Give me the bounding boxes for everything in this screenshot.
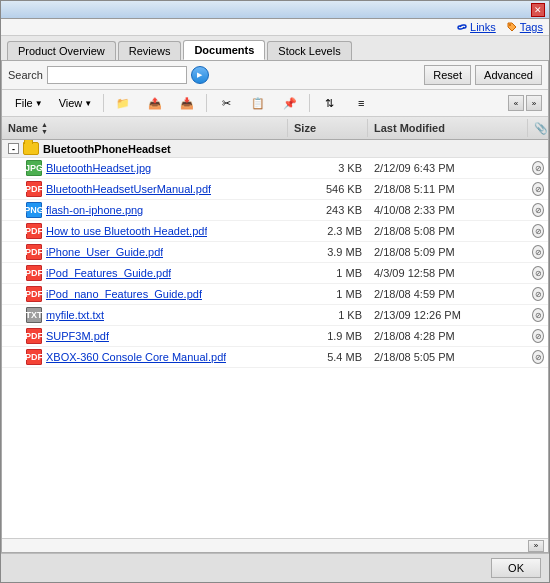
upload-button[interactable]: 📤 [140,92,170,114]
file-action: ⊘ [528,202,548,218]
paste-button[interactable]: 📌 [275,92,305,114]
cut-button[interactable]: ✂ [211,92,241,114]
file-name-link[interactable]: SUPF3M.pdf [46,330,109,342]
file-name-link[interactable]: iPod_Features_Guide.pdf [46,267,171,279]
title-bar: ✕ [1,1,549,19]
nav-prev-button[interactable]: « [508,95,524,111]
file-name-cell: PDF XBOX-360 Console Core Manual.pdf [2,348,288,366]
file-size: 3 KB [288,161,368,175]
file-size: 243 KB [288,203,368,217]
tags-icon [506,21,518,33]
copy-button[interactable]: 📋 [243,92,273,114]
file-name-link[interactable]: iPhone_User_Guide.pdf [46,246,163,258]
file-size: 3.9 MB [288,245,368,259]
new-folder-button[interactable]: 📁 [108,92,138,114]
file-name-cell: TXT myfile.txt.txt [2,306,288,324]
new-folder-icon: 📁 [115,95,131,111]
table-row: PDF iPod_nano_Features_Guide.pdf 1 MB 2/… [2,284,548,305]
file-action-icon[interactable]: ⊘ [532,308,544,322]
file-dropdown-icon: ▼ [35,99,43,108]
file-action-icon[interactable]: ⊘ [532,182,544,196]
tab-product-overview[interactable]: Product Overview [7,41,116,60]
upload-icon: 📤 [147,95,163,111]
folder-row: - BluetoothPhoneHeadset [2,140,548,158]
ok-button[interactable]: OK [491,558,541,578]
table-row: PDF BluetoothHeadsetUserManual.pdf 546 K… [2,179,548,200]
file-action-icon[interactable]: ⊘ [532,287,544,301]
file-action-icon[interactable]: ⊘ [532,161,544,175]
copy-icon: 📋 [250,95,266,111]
toolbar-separator-1 [103,94,104,112]
view-menu-button[interactable]: View ▼ [52,94,100,112]
links-label: Links [470,21,496,33]
toolbar: File ▼ View ▼ 📁 📤 📥 ✂ 📋 📌 ⇅ [2,90,548,117]
advanced-button[interactable]: Advanced [475,65,542,85]
tab-documents[interactable]: Documents [183,40,265,60]
collapse-icon[interactable]: - [8,143,19,154]
folder-icon [23,142,39,155]
file-name-cell: JPG BluetoothHeadset.jpg [2,159,288,177]
file-name-link[interactable]: iPod_nano_Features_Guide.pdf [46,288,202,300]
table-row: PNG flash-on-iphone.png 243 KB 4/10/08 2… [2,200,548,221]
file-action-icon[interactable]: ⊘ [532,203,544,217]
file-name-link[interactable]: BluetoothHeadsetUserManual.pdf [46,183,211,195]
file-action-icon[interactable]: ⊘ [532,245,544,259]
file-action: ⊘ [528,181,548,197]
view-dropdown-icon: ▼ [84,99,92,108]
file-size: 546 KB [288,182,368,196]
file-name-link[interactable]: flash-on-iphone.png [46,204,143,216]
sort-button[interactable]: ⇅ [314,92,344,114]
scroll-right-button[interactable]: » [528,540,544,552]
search-go-button[interactable] [191,66,209,84]
footer: OK [1,553,549,582]
file-action-icon[interactable]: ⊘ [532,329,544,343]
close-button[interactable]: ✕ [531,3,545,17]
file-list-header: Name ▲▼ Size Last Modified 📎 [2,117,548,140]
search-input[interactable] [47,66,187,84]
file-action-icon[interactable]: ⊘ [532,350,544,364]
tags-label: Tags [520,21,543,33]
column-last-modified[interactable]: Last Modified [368,119,528,137]
file-name-link[interactable]: BluetoothHeadset.jpg [46,162,151,174]
file-name-link[interactable]: myfile.txt.txt [46,309,104,321]
tags-button[interactable]: Tags [506,21,543,33]
tab-reviews[interactable]: Reviews [118,41,182,60]
file-type-icon: PDF [26,265,42,281]
filter-button[interactable]: ≡ [346,92,376,114]
column-size[interactable]: Size [288,119,368,137]
file-action: ⊘ [528,160,548,176]
links-icon [456,21,468,33]
table-row: PDF iPod_Features_Guide.pdf 1 MB 4/3/09 … [2,263,548,284]
toolbar-separator-2 [206,94,207,112]
file-date: 4/10/08 2:33 PM [368,203,528,217]
horizontal-scrollbar: » [2,538,548,552]
column-name[interactable]: Name ▲▼ [2,119,288,137]
file-type-icon: PDF [26,349,42,365]
file-date: 2/12/09 6:43 PM [368,161,528,175]
file-date: 2/18/08 5:09 PM [368,245,528,259]
file-action-icon[interactable]: ⊘ [532,224,544,238]
file-action: ⊘ [528,223,548,239]
tab-stock-levels[interactable]: Stock Levels [267,41,351,60]
download-button[interactable]: 📥 [172,92,202,114]
file-name-link[interactable]: How to use Bluetooth Headet.pdf [46,225,207,237]
nav-arrows: « » [508,95,542,111]
search-bar: Search Reset Advanced [2,61,548,90]
file-menu-button[interactable]: File ▼ [8,94,50,112]
file-name-link[interactable]: XBOX-360 Console Core Manual.pdf [46,351,226,363]
table-row: PDF iPhone_User_Guide.pdf 3.9 MB 2/18/08… [2,242,548,263]
column-actions: 📎 [528,119,548,137]
reset-button[interactable]: Reset [424,65,471,85]
file-action-icon[interactable]: ⊘ [532,266,544,280]
file-type-icon: PDF [26,223,42,239]
table-row: JPG BluetoothHeadset.jpg 3 KB 2/12/09 6:… [2,158,548,179]
search-label: Search [8,69,43,81]
file-date: 2/18/08 5:05 PM [368,350,528,364]
links-button[interactable]: Links [456,21,496,33]
file-name-cell: PDF SUPF3M.pdf [2,327,288,345]
table-row: PDF XBOX-360 Console Core Manual.pdf 5.4… [2,347,548,368]
table-row: PDF How to use Bluetooth Headet.pdf 2.3 … [2,221,548,242]
nav-next-button[interactable]: » [526,95,542,111]
file-date: 2/18/08 5:11 PM [368,182,528,196]
file-name-cell: PDF BluetoothHeadsetUserManual.pdf [2,180,288,198]
